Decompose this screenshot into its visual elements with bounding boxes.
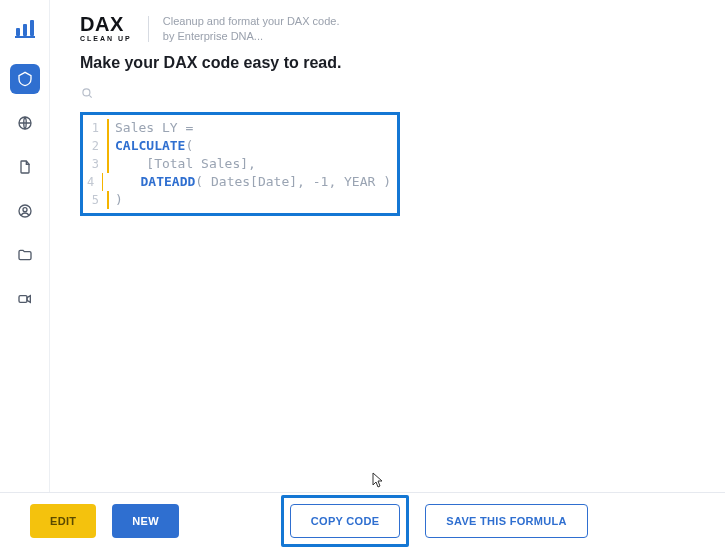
code-text: [Total Sales], [115, 155, 256, 173]
code-text: ) [115, 191, 123, 209]
sidebar-item-document[interactable] [10, 152, 40, 182]
brand-divider [148, 16, 149, 42]
sidebar-item-cleanup[interactable] [10, 64, 40, 94]
svg-point-9 [83, 89, 90, 96]
header: DAX CLEAN UP Cleanup and format your DAX… [80, 14, 695, 44]
code-line: 1Sales LY = [87, 119, 391, 137]
brand-name: DAX [80, 14, 134, 34]
code-editor[interactable]: 1Sales LY =2CALCULATE(3 [Total Sales],4 … [80, 112, 400, 216]
sidebar [0, 0, 50, 548]
sidebar-item-folder[interactable] [10, 240, 40, 270]
line-number: 1 [87, 119, 103, 137]
line-number: 4 [87, 173, 98, 191]
code-line: 3 [Total Sales], [87, 155, 391, 173]
line-number: 5 [87, 191, 103, 209]
svg-rect-0 [16, 28, 20, 36]
code-line: 4 DATEADD( Dates[Date], -1, YEAR ) [87, 173, 391, 191]
app-logo-icon [13, 16, 37, 40]
tagline-line1: Cleanup and format your DAX code. [163, 14, 340, 29]
page-title: Make your DAX code easy to read. [80, 54, 695, 72]
brand-sub: CLEAN UP [80, 35, 134, 42]
brand: DAX CLEAN UP [80, 14, 134, 42]
svg-point-5 [23, 208, 27, 212]
sidebar-item-video[interactable] [10, 284, 40, 314]
line-number: 3 [87, 155, 103, 173]
gutter-rule [107, 137, 109, 155]
code-text: DATEADD( Dates[Date], -1, YEAR ) [109, 173, 391, 191]
copy-code-highlight: COPY CODE [281, 495, 410, 547]
gutter-rule [102, 173, 103, 191]
code-text: Sales LY = [115, 119, 193, 137]
sidebar-item-web[interactable] [10, 108, 40, 138]
code-line: 2CALCULATE( [87, 137, 391, 155]
search-row[interactable] [80, 86, 695, 104]
svg-rect-1 [23, 24, 27, 36]
gutter-rule [107, 191, 109, 209]
gutter-rule [107, 155, 109, 173]
tagline: Cleanup and format your DAX code. by Ent… [163, 14, 340, 44]
tagline-line2: by Enterprise DNA... [163, 29, 340, 44]
svg-rect-2 [30, 20, 34, 36]
footer-bar: EDIT NEW COPY CODE SAVE THIS FORMULA [0, 492, 725, 548]
save-formula-button[interactable]: SAVE THIS FORMULA [425, 504, 587, 538]
gutter-rule [107, 119, 109, 137]
code-text: CALCULATE( [115, 137, 193, 155]
svg-rect-6 [19, 296, 27, 303]
line-number: 2 [87, 137, 103, 155]
sidebar-item-account[interactable] [10, 196, 40, 226]
code-line: 5) [87, 191, 391, 209]
new-button[interactable]: NEW [112, 504, 179, 538]
search-icon [80, 86, 96, 102]
copy-code-button[interactable]: COPY CODE [290, 504, 401, 538]
main-area: DAX CLEAN UP Cleanup and format your DAX… [50, 0, 725, 548]
edit-button[interactable]: EDIT [30, 504, 96, 538]
